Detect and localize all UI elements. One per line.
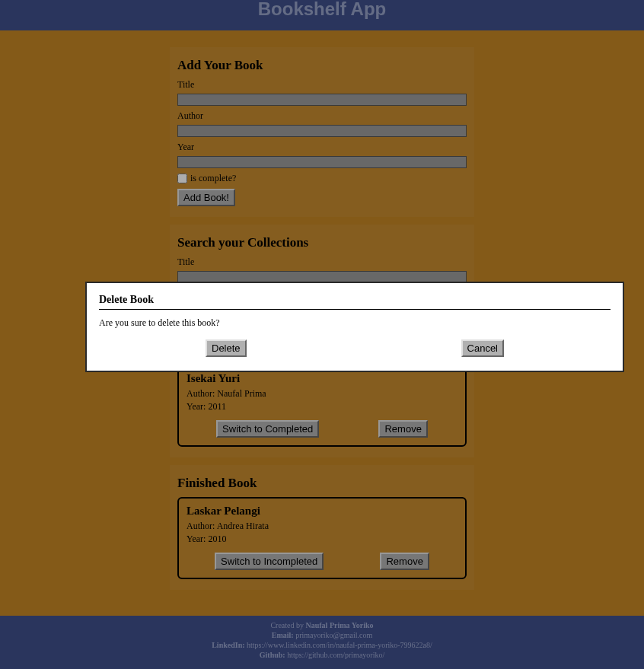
delete-button[interactable]: Delete xyxy=(206,339,247,357)
delete-modal: Delete Book Are you sure to delete this … xyxy=(85,282,624,372)
cancel-button[interactable]: Cancel xyxy=(461,339,504,357)
modal-message: Are you sure to delete this book? xyxy=(99,317,611,329)
modal-title: Delete Book xyxy=(99,294,611,306)
modal-divider xyxy=(99,309,611,310)
